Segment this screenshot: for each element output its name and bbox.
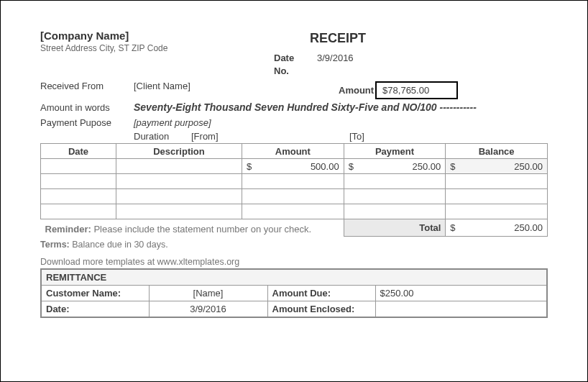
total-cur: $ [446, 219, 457, 237]
client-name: [Client Name] [134, 81, 190, 91]
remit-title: REMITTANCE [41, 269, 547, 286]
remit-row: Date: 3/9/2016 Amount Enclosed: [41, 301, 547, 317]
th-balance: Balance [446, 144, 548, 159]
duration-from: [From] [191, 131, 349, 142]
receipt-page: [Company Name] Street Address City, ST Z… [0, 0, 588, 382]
terms-line: Terms: Balance due in 30 days. [40, 240, 548, 250]
terms-label: Terms: [40, 240, 70, 250]
cell-payment-cur: $ [344, 159, 355, 174]
company-name: [Company Name] [40, 29, 548, 42]
reminder-label: Reminder: [45, 224, 91, 235]
amount-in-words-row: Amount in words Seventy-Eight Thousand S… [40, 101, 548, 113]
duration-row: Duration [From] [To] [40, 131, 548, 142]
table-body: $ 500.00 $ 250.00 $ 250.00 [41, 159, 548, 237]
duration-label: Duration [134, 131, 191, 142]
cell-amount-cur: $ [242, 159, 254, 174]
cell-balance-cur: $ [446, 159, 457, 174]
payment-purpose-label: Payment Pupose [40, 117, 134, 128]
date-label: Date [274, 53, 304, 63]
total-value: 250.00 [457, 219, 548, 237]
table-header-row: Date Description Amount Payment Balance [41, 144, 548, 159]
remit-row: Customer Name: [Name] Amount Due: $250.0… [41, 285, 547, 301]
amount-in-words-value: Seventy-Eight Thousand Seven Hundred Six… [134, 101, 548, 113]
cell-date [41, 159, 116, 174]
total-label: Total [344, 219, 446, 237]
cell-desc [116, 159, 242, 174]
table-total-row: Reminder: Please include the statement n… [41, 219, 548, 237]
remit-date-label: Date: [41, 301, 149, 317]
remit-title-row: REMITTANCE [41, 269, 547, 286]
cell-payment: 250.00 [355, 159, 446, 174]
remit-date: 3/9/2016 [149, 301, 267, 317]
terms-text: Balance due in 30 days. [70, 240, 168, 250]
cell-balance: 250.00 [457, 159, 548, 174]
receipt-title: RECEIPT [310, 31, 366, 46]
remit-amount-due: $250.00 [375, 285, 547, 301]
cell-amount: 500.00 [254, 159, 344, 174]
no-row: No. [274, 65, 289, 76]
table-row: $ 500.00 $ 250.00 $ 250.00 [41, 159, 548, 174]
date-row: Date 3/9/2016 [274, 53, 354, 63]
remittance-table: REMITTANCE Customer Name: [Name] Amount … [40, 268, 548, 318]
th-date: Date [41, 144, 116, 159]
payment-purpose-value: [payment purpose] [134, 117, 211, 128]
table-row [41, 174, 548, 189]
reminder-text: Please include the statement number on y… [91, 224, 311, 235]
table-row [41, 204, 548, 219]
table-row [41, 189, 548, 204]
line-items-table: Date Description Amount Payment Balance … [40, 143, 548, 237]
remit-amount-due-label: Amount Due: [267, 285, 375, 301]
th-amount: Amount [242, 144, 344, 159]
amount-box: Amount $78,765.00 [339, 81, 458, 99]
reminder-line: Reminder: Please include the statement n… [45, 224, 312, 235]
received-from-label: Received From [40, 81, 134, 91]
duration-to: [To] [349, 131, 364, 142]
amount-value: $78,765.00 [375, 81, 458, 99]
no-label: No. [274, 65, 289, 76]
remit-cust-name: [Name] [149, 285, 267, 301]
amount-in-words-label: Amount in words [40, 102, 134, 113]
remit-cust-label: Customer Name: [41, 285, 149, 301]
download-line: Download more templates at www.xltemplat… [40, 257, 548, 267]
date-value: 3/9/2016 [317, 53, 354, 63]
amount-label: Amount [339, 85, 374, 96]
remit-amount-enclosed-label: Amount Enclosed: [267, 301, 375, 317]
received-from-row: Received From [Client Name] [40, 81, 548, 91]
th-payment: Payment [344, 144, 446, 159]
payment-purpose-row: Payment Pupose [payment purpose] [40, 117, 548, 128]
company-address: Street Address City, ST ZIP Code [40, 43, 548, 53]
remit-amount-enclosed [375, 301, 547, 317]
th-description: Description [116, 144, 242, 159]
